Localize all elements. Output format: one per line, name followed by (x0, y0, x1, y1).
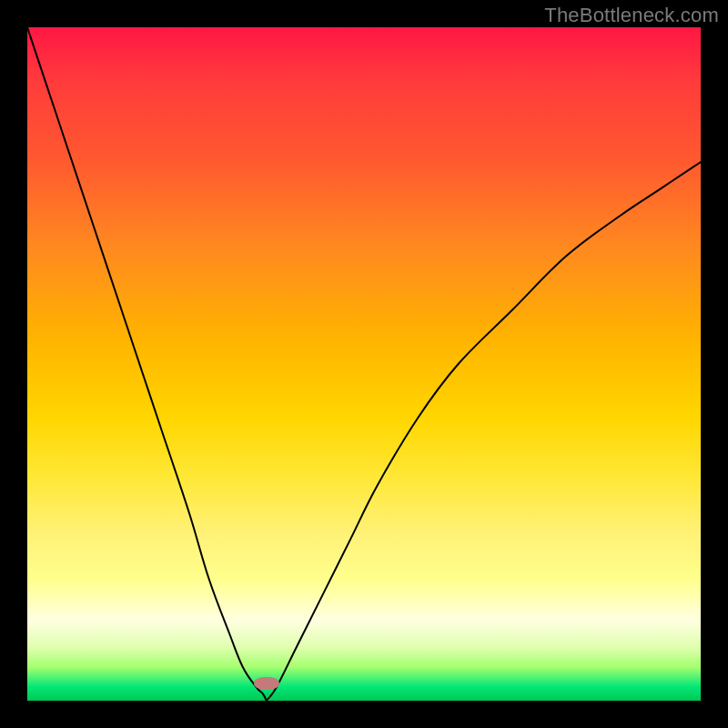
bottleneck-curve (27, 27, 701, 701)
chart-frame: TheBottleneck.com (0, 0, 728, 728)
optimal-point-marker (254, 677, 279, 690)
curve-right-branch (267, 162, 701, 701)
watermark-text: TheBottleneck.com (544, 4, 719, 27)
curve-left-branch (27, 27, 267, 701)
plot-area (27, 27, 701, 701)
